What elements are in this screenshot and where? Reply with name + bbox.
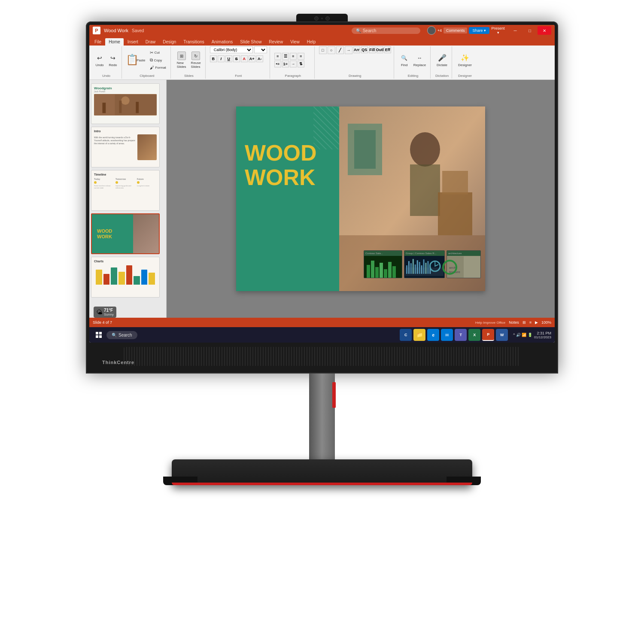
reuse-slides-button[interactable]: ↻ ReuseSlides <box>189 51 203 70</box>
find-button[interactable]: 🔍 Find <box>398 53 410 68</box>
slide-thumb-2[interactable]: Intro With the world turning towards a D… <box>91 127 160 167</box>
oval-shape-button[interactable]: ○ <box>328 46 335 54</box>
cut-button[interactable]: ✂Cut <box>148 49 167 56</box>
view-outline-icon[interactable]: ≡ <box>529 320 532 325</box>
speaker-grille: ThinkCentre <box>89 343 555 369</box>
screen: P Wood Work Saved 🔍 Search +4 Comments S <box>89 25 555 343</box>
slide-thumb-5[interactable]: Charts <box>91 257 160 298</box>
ribbon: ↩ Undo ↪ Redo Undo <box>89 46 555 80</box>
view-slideshow-icon[interactable]: ▶ <box>535 320 538 325</box>
tab-review[interactable]: Review <box>265 38 286 46</box>
search-bar[interactable]: 🔍 Search <box>352 27 420 34</box>
bullet-list-button[interactable]: •≡ <box>274 61 281 67</box>
align-center-button[interactable]: ☰ <box>282 53 289 60</box>
taskbar-tray-icons: ^ 🔊 📶 🔋 <box>513 333 532 337</box>
line-shape-button[interactable]: ╱ <box>336 46 344 54</box>
arrange-button[interactable]: Arr <box>353 46 360 53</box>
tab-draw[interactable]: Draw <box>142 38 159 46</box>
taskbar-app-excel[interactable]: X <box>468 329 480 341</box>
tab-transitions[interactable]: Transitions <box>180 38 208 46</box>
indent-button[interactable]: → <box>290 61 297 67</box>
align-right-button[interactable]: ≡ <box>290 53 297 60</box>
taskbar-search[interactable]: 🔍 Search <box>106 331 137 339</box>
taskbar-app-edge[interactable]: e <box>427 329 439 341</box>
dictate-button[interactable]: 🎤 Dictate <box>435 53 449 68</box>
underline-button[interactable]: U <box>225 55 232 62</box>
slide-1-title: Woodgrain <box>94 86 112 90</box>
slide-thumb-4[interactable]: WOODWORK <box>91 213 160 254</box>
quick-styles-button[interactable]: QS <box>361 46 368 53</box>
text-direction-button[interactable]: ⇅ <box>298 61 304 67</box>
notes-button[interactable]: Notes <box>509 320 519 325</box>
start-button[interactable] <box>93 329 105 341</box>
close-button[interactable]: ✕ <box>538 26 551 35</box>
paste-button[interactable]: 📋 Paste <box>126 55 147 66</box>
shape-outline-button[interactable]: Outl <box>377 46 383 53</box>
tab-home[interactable]: Home <box>105 38 124 46</box>
taskbar-app-powerpoint[interactable]: P <box>482 329 494 341</box>
comments-button[interactable]: Comments <box>444 27 468 33</box>
undo-button[interactable]: ↩ Undo <box>94 53 106 68</box>
mini-window-1[interactable]: Contoso Sale... <box>364 250 402 278</box>
taskbar-apps: C 📁 e ✉ T <box>400 329 508 341</box>
view-normal-icon[interactable]: ⊞ <box>522 320 526 325</box>
slide-thumb-3[interactable]: Timeline Today Some text here about curr… <box>91 170 160 211</box>
taskbar-app-mail[interactable]: ✉ <box>441 329 453 341</box>
slide-info: Slide 4 of 7 <box>93 320 112 325</box>
strikethrough-button[interactable]: S <box>233 55 240 62</box>
avatar <box>427 26 436 35</box>
chart-bar-5 <box>126 265 133 285</box>
svg-rect-32 <box>427 261 428 274</box>
svg-rect-19 <box>388 262 392 278</box>
svg-rect-31 <box>425 263 426 274</box>
monitor-body: P Wood Work Saved 🔍 Search +4 Comments S <box>86 21 558 374</box>
font-color-button[interactable]: A <box>241 55 248 62</box>
italic-button[interactable]: I <box>218 55 225 62</box>
present-button[interactable]: Present ▾ <box>491 26 505 35</box>
replace-button[interactable]: ↔ Replace <box>412 53 428 68</box>
mini-window-2[interactable]: Group | Contoso Sales R... <box>404 250 445 278</box>
tab-file[interactable]: File <box>91 38 105 46</box>
maximize-button[interactable]: □ <box>523 26 537 35</box>
taskbar-app-files[interactable]: 📁 <box>413 329 425 341</box>
mini-window-3-bar: architecture <box>447 251 480 256</box>
tab-animations[interactable]: Animations <box>208 38 236 46</box>
align-left-button[interactable]: ≡ <box>274 53 281 60</box>
taskbar-app-teams[interactable]: T <box>455 329 467 341</box>
weather-temp: 71°F <box>104 308 114 313</box>
main-slide[interactable]: WOOD WORK <box>236 106 485 291</box>
font-size-increase-button[interactable]: A+ <box>249 55 255 62</box>
font-size-selector[interactable]: 11 <box>254 46 267 53</box>
tab-design[interactable]: Design <box>159 38 179 46</box>
share-button[interactable]: Share ▾ <box>469 27 489 34</box>
tab-help[interactable]: Help <box>304 38 319 46</box>
taskbar-app-contoso[interactable]: C <box>400 329 412 341</box>
numbered-list-button[interactable]: 1≡ <box>282 61 289 67</box>
dictation-group-label: Dictation <box>435 74 449 79</box>
slide-4-container: 4 WOODWORK <box>91 213 164 254</box>
font-size-decrease-button[interactable]: A- <box>256 55 263 62</box>
slide-5-title: Charts <box>94 260 157 263</box>
redo-button[interactable]: ↪ Redo <box>107 53 119 68</box>
justify-button[interactable]: ≡ <box>298 53 304 60</box>
ribbon-tabs: File Home Insert Draw Design Transitions… <box>89 36 555 46</box>
copy-button[interactable]: ⧉Copy <box>148 57 167 64</box>
arrow-shape-button[interactable]: → <box>345 46 352 54</box>
shape-effects-button[interactable]: Eff <box>384 46 391 53</box>
bold-button[interactable]: B <box>210 55 217 62</box>
format-painter-button[interactable]: 🖌Format <box>148 64 167 71</box>
rectangle-shape-button[interactable]: □ <box>319 46 327 54</box>
shape-fill-button[interactable]: Fill <box>369 46 376 53</box>
slide-thumb-1[interactable]: Woodgrain Jack Purton <box>91 83 160 124</box>
tab-insert[interactable]: Insert <box>124 38 142 46</box>
slide-panel[interactable]: 1 Woodgrain Jack Purton <box>89 80 167 318</box>
designer-button[interactable]: ✨ Designer <box>456 53 474 68</box>
minimize-button[interactable]: ─ <box>508 26 522 35</box>
tab-slideshow[interactable]: Slide Show <box>237 38 265 46</box>
tab-view[interactable]: View <box>287 38 303 46</box>
chart-bar-3 <box>111 267 117 285</box>
new-slide-button[interactable]: ⊞ NewSlides <box>175 51 188 70</box>
taskbar-app-word[interactable]: W <box>496 329 508 341</box>
font-family-selector[interactable]: Calibri (Body) <box>210 46 253 53</box>
chart-bar-2 <box>103 274 110 285</box>
